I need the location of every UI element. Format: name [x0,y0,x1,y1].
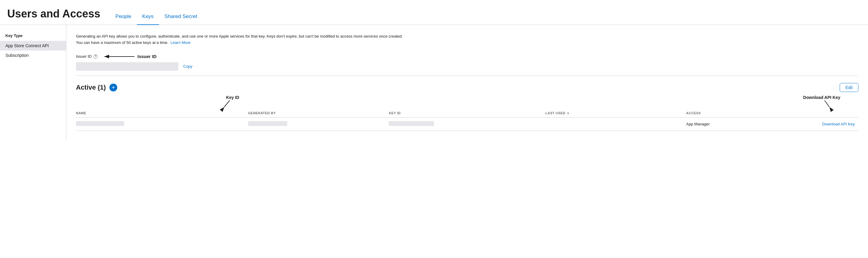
issuer-input-row: Copy [76,62,192,71]
cell-last-used [546,117,686,131]
keyid-annotation-label: Key ID [226,95,239,100]
cell-key-id [389,117,545,131]
active-title: Active (1) [76,84,106,91]
copy-button[interactable]: Copy [183,64,192,69]
active-section-header: Active (1) + Edit [76,83,858,92]
col-header-access: ACCESS [686,109,788,118]
svg-line-5 [825,101,830,107]
svg-line-3 [224,101,230,107]
sidebar-title: Key Type [0,33,66,41]
download-api-key-link[interactable]: Download API Key [822,122,855,126]
header: Users and Access People Keys Shared Secr… [0,0,868,25]
cell-name [76,117,248,131]
tabs-nav: People Keys Shared Secret [110,10,203,25]
download-annotation-label: Download API Key [803,95,840,100]
main-content: Generating an API key allows you to conf… [66,25,868,140]
key-id-placeholder [389,121,434,126]
table-body: App Manager Download API Key [76,117,858,131]
issuer-label-row: Issuer ID ? [76,53,192,60]
keys-table-container: NAME GENERATED BY KEY ID LAST USED ∨ ACC… [76,109,858,131]
issuer-arrow-svg [102,53,135,60]
keys-table: NAME GENERATED BY KEY ID LAST USED ∨ ACC… [76,109,858,131]
description-text: Generating an API key allows you to conf… [76,33,407,46]
section-divider [76,75,858,76]
issuer-id-value [76,62,179,71]
sidebar-item-app-store-connect[interactable]: App Store Connect API [0,41,66,50]
sidebar-item-subscription[interactable]: Subscription [0,50,66,60]
table-head: NAME GENERATED BY KEY ID LAST USED ∨ ACC… [76,109,858,118]
col-header-name: NAME [76,109,248,118]
page-title: Users and Access [7,8,100,25]
tab-shared-secret[interactable]: Shared Secret [159,10,203,25]
page-wrapper: Users and Access People Keys Shared Secr… [0,0,868,258]
download-annotation: Download API Key [803,95,840,108]
cell-generated-by [248,117,389,131]
keyid-annotation: Key ID [224,95,242,108]
table-annotations-row: Key ID Download API Key [76,93,858,109]
cell-access: App Manager [686,117,788,131]
table-header-row: NAME GENERATED BY KEY ID LAST USED ∨ ACC… [76,109,858,118]
table-row: App Manager Download API Key [76,117,858,131]
sidebar: Key Type App Store Connect API Subscript… [0,25,66,140]
add-key-button[interactable]: + [110,84,117,91]
edit-button[interactable]: Edit [840,83,858,92]
tab-keys[interactable]: Keys [137,10,159,25]
keyid-arrow-svg [224,100,242,108]
active-title-group: Active (1) + [76,84,117,91]
issuer-id-area: Issuer ID ? [76,53,192,71]
col-header-generated-by: GENERATED BY [248,109,389,118]
col-header-last-used[interactable]: LAST USED ∨ [546,109,686,118]
col-header-key-id: KEY ID [389,109,545,118]
name-placeholder [76,121,124,126]
issuer-id-section: Issuer ID ? [76,53,858,71]
cell-action: Download API Key [788,117,858,131]
col-header-action [788,109,858,118]
content-area: Key Type App Store Connect API Subscript… [0,25,868,140]
sort-arrow-icon: ∨ [567,112,569,115]
generated-by-placeholder [248,121,287,126]
issuer-help-icon[interactable]: ? [93,54,98,59]
issuer-annotation-label: Issuer ID [137,54,156,59]
issuer-id-label: Issuer ID [76,54,92,59]
tab-people[interactable]: People [110,10,137,25]
download-arrow-svg [812,100,831,108]
issuer-arrow-annotation: Issuer ID [102,53,156,60]
learn-more-link[interactable]: Learn More [170,40,190,45]
